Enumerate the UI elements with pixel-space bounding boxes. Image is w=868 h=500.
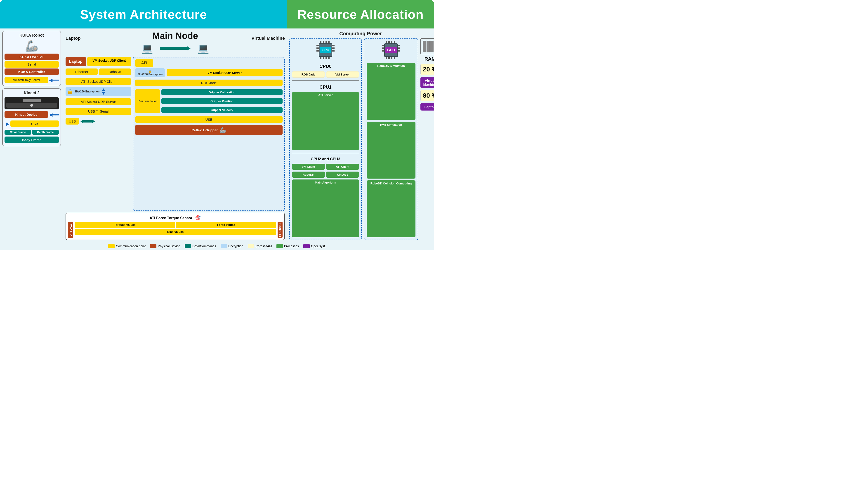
gripper-pos: Gripper Position — [161, 98, 283, 104]
ati-server-cpu: ATI Server — [292, 92, 359, 150]
legend-label-proc: Processes — [284, 245, 299, 248]
cpu1-label: CPU1 — [292, 84, 359, 90]
robodk-box: RoboDK — [99, 68, 131, 75]
ati-daq-label: ATI DAQ — [68, 222, 73, 238]
vm-server-cpu: VM Server — [326, 71, 359, 78]
system-title: System Architecture — [80, 7, 207, 22]
rviz-gripper-row: Rviz simulation Gripper Calibration Grip… — [135, 88, 283, 114]
legend-cores: Cores/RAM — [248, 244, 272, 248]
cpu0-row: ROS Jade VM Server — [292, 71, 359, 78]
cpu-pins-top — [320, 41, 330, 43]
color-frame: Color Frame — [4, 130, 31, 135]
kuka-arrow: ◀══ — [49, 77, 59, 83]
kinect-usb: USB — [10, 121, 59, 127]
legend-label-phys: Physical Device — [158, 245, 180, 248]
legend-enc: Encryption — [221, 244, 243, 248]
ram-20-pct: 20 % — [420, 64, 434, 75]
gripper-vel: Gripper Velocity — [161, 107, 283, 113]
ati-title: ATI Force Torque Sensor 🎯 — [68, 215, 283, 220]
ati-socket-client: ATI Socket UDP Client — [66, 78, 131, 85]
computing-title: Computing Power — [289, 31, 432, 37]
ethernet-box: Ethernet — [66, 68, 98, 75]
ram-icon-area — [420, 38, 434, 54]
gpu-chip-area: GPU — [367, 41, 415, 60]
resource-title: Resource Allocation — [297, 7, 424, 22]
divider-1 — [292, 80, 359, 81]
sha-area-1: 🔒 SHA256 Encryption — [66, 87, 131, 96]
robodk-sim-gpu: RoboDK Simulation — [367, 63, 415, 120]
vm-socket-server-row: 🔒 SHA256 Encryption VM Socket UDP Server — [135, 68, 283, 77]
legend-swatch-comm — [108, 244, 115, 248]
kuka-section: KUKA Robot 🦾 KUKA LWR IV+ Serial KUKA Co… — [2, 31, 61, 86]
legend-data: Data/Commands — [185, 244, 216, 248]
vm-client-cpu: VM Client — [292, 164, 325, 170]
right-panel: Computing Power CPU — [287, 29, 434, 242]
main-node-title: Main Node — [111, 31, 240, 41]
legend-comm: Communication point — [108, 244, 146, 248]
cpu-pins-bottom — [320, 57, 330, 59]
ati-socket-server: ATI Socket UDP Server — [66, 98, 131, 105]
legend-os: Oper.Syst. — [303, 244, 326, 248]
kuka-serial: Serial — [4, 61, 59, 68]
system-header: System Architecture — [0, 0, 287, 29]
gpu-section: GPU — [364, 38, 418, 240]
usb-box-bottom: USB — [66, 118, 79, 125]
laptop-left-icon: 💻 — [141, 43, 153, 54]
resource-content: CPU — [289, 38, 432, 240]
api-box: API — [135, 59, 153, 67]
kinect-frames: Color Frame Depth Frame — [4, 129, 59, 136]
kinect2-cpu: Kinect 2 — [326, 172, 359, 178]
cpu0-label: CPU0 — [292, 64, 359, 69]
top-labels: Laptop Main Node Virtual Machine — [66, 31, 285, 41]
kuka-title: KUKA Robot — [4, 33, 59, 38]
gpu-chip: GPU — [382, 41, 400, 59]
usb-teal-arrow — [80, 120, 95, 123]
bias-val: Bias Values — [75, 229, 276, 235]
legend-swatch-enc — [221, 244, 227, 248]
laptop-right-icon: 💻 — [197, 43, 209, 54]
ft-sensor-label: FT SENSOR — [277, 222, 283, 238]
depth-frame: Depth Frame — [32, 130, 59, 135]
laptop-vm-socket-row: Laptop VM Socket UDP Client — [66, 57, 131, 66]
legend-phys: Physical Device — [150, 244, 180, 248]
ati-client-cpu: ATI Client — [326, 164, 359, 170]
robodk-cpu: RoboDK — [292, 172, 325, 178]
legend-swatch-phys — [150, 244, 157, 248]
legend-label-comm: Communication point — [116, 245, 146, 248]
usb-arrow: ▶ — [6, 121, 10, 126]
ram-laptop-label: Laptop — [420, 103, 434, 111]
sha-area-2: 🔒 SHA256 Encryption — [135, 68, 165, 77]
sha-label-1: SHA256 Encryption — [75, 90, 100, 93]
ram-vm-label: Virtual Machine — [420, 77, 434, 88]
vm-top-row: API — [135, 59, 283, 67]
vm-socket-client: VM Socket UDP Client — [87, 57, 131, 66]
vm-usb: USB — [135, 116, 283, 123]
gripper-calib: Gripper Calibration — [161, 89, 283, 95]
torques-val: Torques Values — [75, 222, 175, 228]
eth-robo-row: Ethernet RoboDK — [66, 68, 131, 76]
cpu-section: CPU — [289, 38, 362, 240]
main-container: System Architecture Resource Allocation … — [0, 0, 434, 250]
robodk-collision-gpu: RoboDK Collision Computing — [367, 180, 415, 237]
legend-label-os: Oper.Syst. — [311, 245, 326, 248]
teal-arrow-area — [160, 46, 191, 50]
reflex-gripper: Reflex 1 Gripper 🦾 — [135, 125, 283, 135]
ros-jade-vm: ROS Jade — [135, 80, 283, 86]
robot-icon: 🦾 — [4, 39, 59, 52]
vm-socket-server: VM Socket UDP Server — [167, 69, 283, 76]
vm-header-label: Virtual Machine — [240, 36, 285, 41]
ram-icon — [420, 38, 434, 54]
legend-label-data: Data/Commands — [192, 245, 216, 248]
cpu-chip: CPU — [317, 41, 334, 59]
kinect-section: Kinect 2 Kinect Device ◀══ ▶ USB Color F… — [2, 88, 61, 146]
legend-row: Communication point Physical Device Data… — [0, 242, 434, 250]
rviz-sim: Rviz simulation — [135, 89, 160, 113]
cpu23-label: CPU2 and CPU3 — [292, 157, 359, 161]
ati-target-icon: 🎯 — [195, 215, 201, 220]
sha-label-2: SHA256 Encryption — [137, 73, 162, 76]
cpu-pins-left — [317, 45, 319, 52]
laptop-header-label: Laptop — [66, 36, 111, 41]
ros-jade-cpu: ROS Jade — [292, 71, 325, 78]
laptop-icons-row: 💻 💻 — [66, 43, 285, 54]
mid-content: Laptop VM Socket UDP Client Ethernet Rob… — [66, 57, 285, 211]
